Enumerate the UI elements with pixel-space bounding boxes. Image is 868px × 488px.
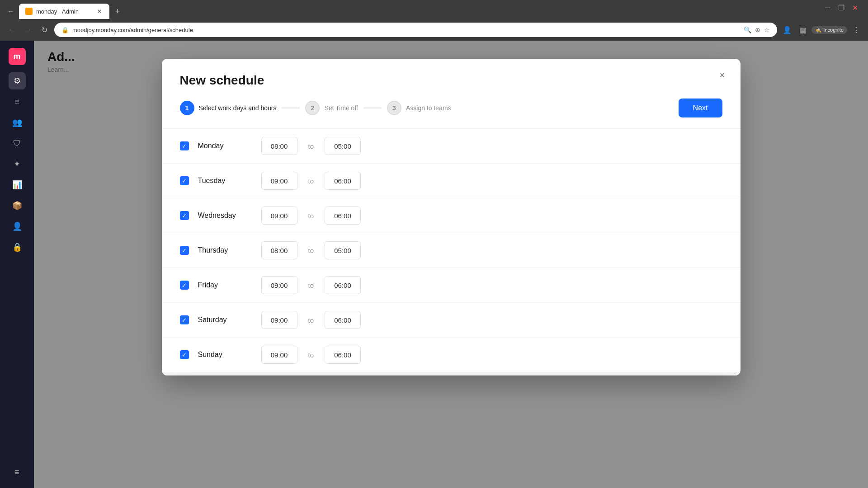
start-time-thursday[interactable]: 08:00 bbox=[261, 241, 297, 259]
extensions-icon: ⊕ bbox=[755, 26, 760, 33]
profile-button[interactable]: 👤 bbox=[781, 23, 793, 36]
to-label-1: to bbox=[308, 177, 314, 185]
step-2-label: Set Time off bbox=[324, 104, 358, 112]
checkbox-wrap-2: ✓ bbox=[180, 211, 189, 220]
schedule-row: ✓ Friday 09:00 to 06:00 bbox=[162, 268, 741, 303]
to-label-5: to bbox=[308, 316, 314, 324]
to-label-3: to bbox=[308, 247, 314, 254]
step-3-label: Assign to teams bbox=[406, 104, 451, 112]
sidebar-item-settings[interactable]: ⚙ bbox=[9, 72, 26, 89]
checkbox-wrap-6: ✓ bbox=[180, 350, 189, 359]
sidebar-item-security[interactable]: 🛡 bbox=[9, 135, 26, 152]
sidebar-item-users[interactable]: 👥 bbox=[9, 114, 26, 131]
schedule-row: ✓ Sunday 09:00 to 06:00 bbox=[162, 338, 741, 372]
checkbox-wrap-3: ✓ bbox=[180, 246, 189, 255]
schedule-row: ✓ Wednesday 09:00 to 06:00 bbox=[162, 198, 741, 233]
forward-nav-button[interactable]: → bbox=[22, 23, 34, 36]
browser-tab[interactable]: monday - Admin ✕ bbox=[19, 4, 109, 19]
checkbox-wednesday[interactable]: ✓ bbox=[180, 211, 189, 220]
checkbox-wrap-1: ✓ bbox=[180, 176, 189, 185]
checkbox-check-5: ✓ bbox=[182, 317, 187, 324]
day-name-thursday: Thursday bbox=[198, 246, 252, 254]
start-time-friday[interactable]: 09:00 bbox=[261, 276, 297, 294]
checkbox-tuesday[interactable]: ✓ bbox=[180, 176, 189, 185]
stepper: 1 Select work days and hours 2 Set Time bbox=[180, 101, 451, 115]
checkbox-monday[interactable]: ✓ bbox=[180, 141, 189, 150]
day-name-monday: Monday bbox=[198, 142, 252, 150]
back-button-outer[interactable]: ← bbox=[5, 5, 17, 18]
start-time-monday[interactable]: 08:00 bbox=[261, 137, 297, 155]
checkbox-sunday[interactable]: ✓ bbox=[180, 350, 189, 359]
checkbox-wrap-0: ✓ bbox=[180, 141, 189, 150]
modal-overlay: New schedule × 1 Select work days and ho… bbox=[34, 41, 868, 488]
new-schedule-modal: New schedule × 1 Select work days and ho… bbox=[162, 59, 741, 375]
checkbox-saturday[interactable]: ✓ bbox=[180, 315, 189, 324]
start-time-tuesday[interactable]: 09:00 bbox=[261, 172, 297, 190]
modal-scrollbar bbox=[162, 372, 741, 375]
tab-title: monday - Admin bbox=[36, 8, 79, 15]
schedule-row: ✓ Monday 08:00 to 05:00 bbox=[162, 129, 741, 164]
step-1-label: Select work days and hours bbox=[199, 104, 277, 112]
end-time-sunday[interactable]: 06:00 bbox=[325, 346, 361, 364]
to-label-0: to bbox=[308, 142, 314, 150]
to-label-4: to bbox=[308, 282, 314, 289]
start-time-wednesday[interactable]: 09:00 bbox=[261, 206, 297, 225]
checkbox-check-6: ✓ bbox=[182, 352, 187, 358]
start-time-sunday[interactable]: 09:00 bbox=[261, 346, 297, 364]
checkbox-check-1: ✓ bbox=[182, 178, 187, 184]
day-name-saturday: Saturday bbox=[198, 316, 252, 324]
url-text: moodjoy.monday.com/admin/general/schedul… bbox=[72, 27, 740, 33]
sidebar-toggle-button[interactable]: ▦ bbox=[796, 23, 809, 36]
close-button[interactable]: ✕ bbox=[851, 4, 859, 12]
step-3: 3 Assign to teams bbox=[387, 101, 451, 115]
end-time-monday[interactable]: 05:00 bbox=[325, 137, 361, 155]
end-time-tuesday[interactable]: 06:00 bbox=[325, 172, 361, 190]
checkbox-thursday[interactable]: ✓ bbox=[180, 246, 189, 255]
modal-header: New schedule × 1 Select work days and ho… bbox=[162, 59, 741, 129]
sidebar-item-menu-bottom[interactable]: ≡ bbox=[9, 464, 26, 481]
sidebar-item-storage[interactable]: 📦 bbox=[9, 197, 26, 214]
stepper-row: 1 Select work days and hours 2 Set Time bbox=[180, 99, 722, 117]
sidebar-item-reports[interactable]: 📊 bbox=[9, 176, 26, 193]
step-1-circle: 1 bbox=[180, 101, 194, 115]
sidebar-item-lock[interactable]: 🔒 bbox=[9, 239, 26, 256]
checkbox-check-4: ✓ bbox=[182, 282, 187, 289]
step-divider-1 bbox=[282, 108, 300, 108]
incognito-badge: 🕵 Incognito bbox=[811, 26, 847, 34]
day-name-sunday: Sunday bbox=[198, 351, 252, 359]
end-time-wednesday[interactable]: 06:00 bbox=[325, 206, 361, 225]
modal-body: ✓ Monday 08:00 to 05:00 ✓ Tuesday 09:00 … bbox=[162, 129, 741, 372]
checkbox-friday[interactable]: ✓ bbox=[180, 281, 189, 290]
next-button[interactable]: Next bbox=[679, 99, 722, 117]
minimize-button[interactable]: ─ bbox=[824, 4, 832, 12]
content-area: Ad... Learn... New schedule × 1 bbox=[34, 41, 868, 488]
checkbox-check-3: ✓ bbox=[182, 247, 187, 254]
day-name-wednesday: Wednesday bbox=[198, 211, 252, 220]
sidebar-item-integrations[interactable]: ✦ bbox=[9, 155, 26, 173]
step-3-circle: 3 bbox=[387, 101, 401, 115]
day-name-tuesday: Tuesday bbox=[198, 177, 252, 185]
step-2-circle: 2 bbox=[305, 101, 320, 115]
start-time-saturday[interactable]: 09:00 bbox=[261, 311, 297, 329]
end-time-thursday[interactable]: 05:00 bbox=[325, 241, 361, 259]
schedule-row: ✓ Tuesday 09:00 to 06:00 bbox=[162, 164, 741, 198]
new-tab-button[interactable]: + bbox=[111, 5, 124, 18]
step-divider-2 bbox=[363, 108, 382, 108]
schedule-row: ✓ Saturday 09:00 to 06:00 bbox=[162, 303, 741, 338]
maximize-button[interactable]: ❐ bbox=[837, 4, 845, 12]
address-bar[interactable]: 🔒 moodjoy.monday.com/admin/general/sched… bbox=[54, 23, 777, 37]
to-label-6: to bbox=[308, 351, 314, 359]
reload-button[interactable]: ↻ bbox=[38, 23, 51, 36]
back-nav-button[interactable]: ← bbox=[5, 23, 18, 36]
schedule-row: ✓ Thursday 08:00 to 05:00 bbox=[162, 233, 741, 268]
sidebar-item-profile[interactable]: 👤 bbox=[9, 218, 26, 235]
modal-close-button[interactable]: × bbox=[715, 68, 730, 82]
checkbox-wrap-4: ✓ bbox=[180, 281, 189, 290]
tab-close-button[interactable]: ✕ bbox=[96, 8, 103, 15]
end-time-saturday[interactable]: 06:00 bbox=[325, 311, 361, 329]
modal-title: New schedule bbox=[180, 73, 722, 88]
sidebar: m ⚙ ≡ 👥 🛡 ✦ 📊 📦 👤 🔒 ≡ bbox=[0, 41, 34, 488]
sidebar-item-list[interactable]: ≡ bbox=[9, 93, 26, 110]
end-time-friday[interactable]: 06:00 bbox=[325, 276, 361, 294]
menu-button[interactable]: ⋮ bbox=[850, 23, 863, 36]
